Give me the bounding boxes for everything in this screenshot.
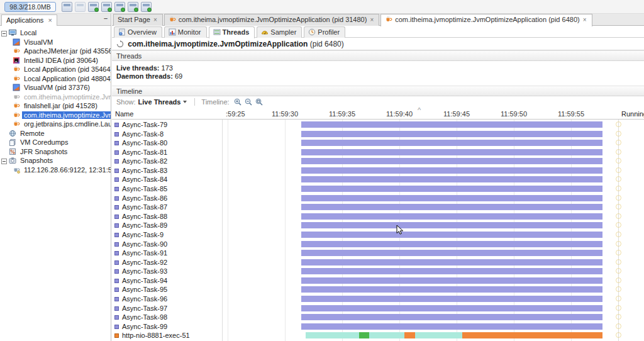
thread-timeline-bar[interactable] <box>415 332 462 338</box>
thread-timeline-bar[interactable] <box>301 296 602 302</box>
collapse-expander-icon[interactable] <box>1 159 7 164</box>
thread-timeline-bar[interactable] <box>301 149 602 155</box>
subtab-profiler[interactable]: Profiler <box>304 26 345 38</box>
thread-row-name[interactable]: Async-Task-8 <box>112 130 221 138</box>
zoom-in-icon[interactable] <box>234 98 242 106</box>
thread-dump-icon[interactable] <box>101 2 112 12</box>
zoom-fit-icon[interactable] <box>255 98 264 106</box>
load-snapshot-icon[interactable] <box>62 2 72 12</box>
thread-row-name[interactable]: Async-Task-90 <box>112 240 221 249</box>
heap-dump-icon[interactable] <box>114 2 125 12</box>
tree-item-jfr-snapshots[interactable]: JFR Snapshots <box>1 147 69 156</box>
tree-item-visualvm-pid-37376-[interactable]: VisualVM (pid 37376) <box>13 83 92 92</box>
thread-timeline-bar[interactable] <box>301 204 602 210</box>
tab-close-icon[interactable]: × <box>48 16 52 24</box>
thread-row-name[interactable]: Async-Task-92 <box>112 258 221 267</box>
thread-row-name[interactable]: Async-Task-96 <box>112 294 221 303</box>
thread-row-name[interactable]: Async-Task-84 <box>112 175 221 184</box>
thread-row-name[interactable]: Async-Task-81 <box>112 148 221 157</box>
subtab-sampler[interactable]: Sampler <box>257 26 302 38</box>
subtab-overview[interactable]: iOverview <box>114 26 162 38</box>
subtab-monitor[interactable]: Monitor <box>164 26 207 38</box>
tab-close-icon[interactable]: × <box>370 16 374 23</box>
thread-row-name[interactable]: http-nio-8881-exec-51 <box>112 331 221 340</box>
thread-timeline-bar[interactable] <box>301 186 602 192</box>
thread-timeline-bar[interactable] <box>301 250 602 256</box>
thread-timeline-bar[interactable] <box>301 314 602 320</box>
thread-row-name[interactable]: Async-Task-83 <box>112 166 221 175</box>
tree-item-com-itheima-jvmoptimize-jvmo[interactable]: com.itheima.jvmoptimize.JvmO <box>13 111 111 120</box>
thread-row-name[interactable]: Async-Task-94 <box>112 276 221 285</box>
thread-timeline-bar[interactable] <box>301 131 602 137</box>
thread-timeline-bar[interactable] <box>301 195 602 201</box>
thread-timeline-bar[interactable] <box>301 305 602 311</box>
tree-item-finalshell-jar-pid-41528-[interactable]: finalshell.jar (pid 41528) <box>13 101 99 110</box>
thread-timeline-bar[interactable] <box>301 140 602 146</box>
profiler-snapshot-icon[interactable] <box>141 2 152 12</box>
running-time-spinner-icon <box>616 222 621 228</box>
thread-row-name[interactable]: Async-Task-85 <box>112 184 221 193</box>
tree-item-apachejmeter-jar-pid-43556-[interactable]: ApacheJMeter.jar (pid 43556) <box>13 47 111 55</box>
document-tab-pid-6480[interactable]: com.itheima.jvmoptimize.JvmOptimizeAppli… <box>380 14 592 26</box>
thread-timeline-bar[interactable] <box>462 332 602 338</box>
column-header-name[interactable]: Name <box>115 110 133 118</box>
column-header-running[interactable]: Running <box>621 110 644 118</box>
thread-timeline-bar[interactable] <box>301 222 602 228</box>
tab-close-icon[interactable]: × <box>153 16 157 23</box>
thread-row-name[interactable]: Async-Task-9 <box>112 230 221 239</box>
tree-item-visualvm[interactable]: VisualVM <box>13 38 55 47</box>
thread-timeline-bar[interactable] <box>301 323 602 330</box>
thread-timeline-bar[interactable] <box>359 332 369 338</box>
thread-row-name[interactable]: Async-Task-91 <box>112 249 221 257</box>
thread-timeline-bar[interactable] <box>301 259 602 266</box>
tab-close-icon[interactable]: × <box>583 16 587 23</box>
document-tab-start-page[interactable]: Start Page× <box>113 14 163 26</box>
sampler-snapshot-icon[interactable] <box>128 2 138 12</box>
thread-row-name[interactable]: Async-Task-82 <box>112 157 221 165</box>
tree-item-org-jetbrains-jps-cmdline-laun[interactable]: org.jetbrains.jps.cmdline.Launch <box>13 120 111 128</box>
thread-timeline-bar[interactable] <box>301 176 602 182</box>
tree-item-local[interactable]: Local <box>1 28 38 37</box>
thread-timeline-bar[interactable] <box>301 213 602 220</box>
tree-item-local-application-pid-35464-[interactable]: Local Application (pid 35464) <box>13 65 111 74</box>
tree-item-intellij-idea-pid-39064-[interactable]: IntelliJ IDEA (pid 39064) <box>13 56 100 65</box>
thread-timeline-bar[interactable] <box>369 332 404 338</box>
thread-timeline-bar[interactable] <box>301 167 602 174</box>
thread-timeline-bar[interactable] <box>306 332 359 338</box>
tab-applications[interactable]: Applications × <box>1 14 57 26</box>
tree-item-remote[interactable]: Remote <box>1 129 47 138</box>
thread-timeline-bar[interactable] <box>301 277 602 284</box>
tree-item-vm-coredumps[interactable]: VM Coredumps <box>1 138 70 147</box>
thread-row-name[interactable]: Async-Task-89 <box>112 221 221 230</box>
subtab-threads[interactable]: Threads <box>209 26 255 38</box>
thread-row-name[interactable]: Async-Task-97 <box>112 304 221 313</box>
application-snapshot-icon[interactable] <box>88 2 99 12</box>
tree-item-snapshots[interactable]: Snapshots <box>1 156 55 165</box>
collapse-expander-icon[interactable] <box>1 31 7 36</box>
thread-row-name[interactable]: Async-Task-79 <box>112 120 221 129</box>
thread-row-name[interactable]: Async-Task-98 <box>112 313 221 321</box>
thread-row-name[interactable]: Async-Task-87 <box>112 203 221 211</box>
thread-row-name[interactable]: Async-Task-80 <box>112 138 221 147</box>
thread-timeline-bar[interactable] <box>301 232 602 238</box>
thread-timeline-bar[interactable] <box>301 268 602 274</box>
document-tab-pid-31480[interactable]: com.itheima.jvmoptimize.JvmOptimizeAppli… <box>164 14 379 26</box>
thread-row-name[interactable]: Async-Task-93 <box>112 267 221 276</box>
zoom-out-icon[interactable] <box>245 98 253 106</box>
save-snapshot-icon[interactable] <box>75 2 86 12</box>
thread-timeline-bar[interactable] <box>301 158 602 164</box>
sidebar-minimize-button[interactable]: – <box>104 14 108 22</box>
thread-row-name[interactable]: Async-Task-88 <box>112 212 221 221</box>
thread-timeline-bar[interactable] <box>301 286 602 293</box>
thread-timeline-bar[interactable] <box>301 241 602 247</box>
tree-item-com-itheima-jvmoptimize-jvmo[interactable]: com.itheima.jvmoptimize.JvmO <box>13 92 111 101</box>
thread-timeline-bar[interactable] <box>301 121 602 128</box>
heap-memory-indicator[interactable]: 98.3/218.0MB <box>4 2 56 12</box>
tree-item-local-application-pid-48804-[interactable]: Local Application (pid 48804) <box>13 74 111 83</box>
thread-row-name[interactable]: Async-Task-95 <box>112 285 221 294</box>
tree-item-112-126-28-66-9122-12-31-58[interactable]: 112.126.28.66:9122, 12:31:58 <box>13 165 111 174</box>
show-dropdown[interactable]: Live Threads <box>138 98 181 106</box>
thread-timeline-bar[interactable] <box>404 332 415 338</box>
thread-row-name[interactable]: Async-Task-86 <box>112 194 221 203</box>
thread-row-name[interactable]: Async-Task-99 <box>112 322 221 331</box>
